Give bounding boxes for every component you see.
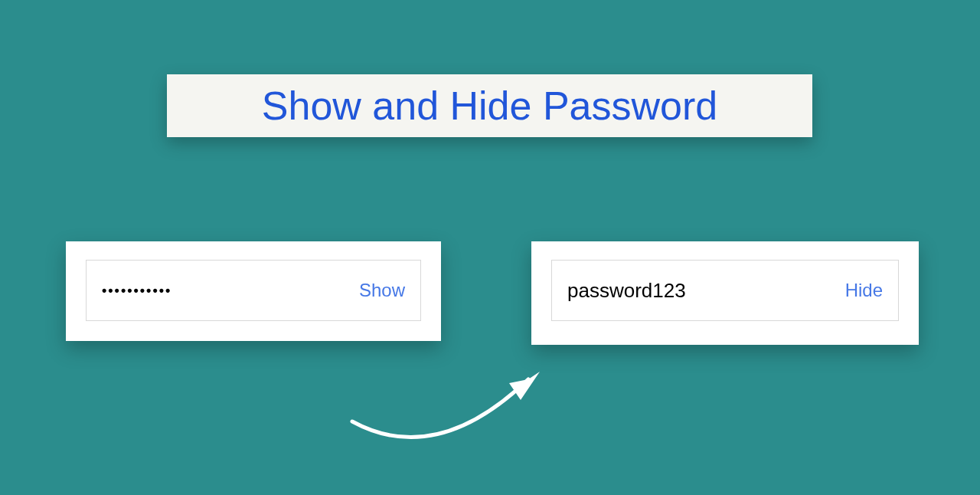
password-input-wrapper: ••••••••••• Show	[86, 260, 421, 321]
password-card-shown: password123 Hide	[531, 241, 919, 345]
arrow-icon	[345, 345, 559, 452]
password-input-wrapper: password123 Hide	[551, 260, 899, 321]
title-banner: Show and Hide Password	[167, 74, 812, 137]
svg-marker-0	[509, 372, 540, 400]
password-input-masked[interactable]: •••••••••••	[102, 283, 359, 299]
password-input-plain[interactable]: password123	[567, 279, 845, 303]
page-title: Show and Hide Password	[262, 83, 717, 129]
hide-button[interactable]: Hide	[845, 280, 883, 301]
password-card-hidden: ••••••••••• Show	[66, 241, 441, 341]
show-button[interactable]: Show	[359, 280, 405, 301]
